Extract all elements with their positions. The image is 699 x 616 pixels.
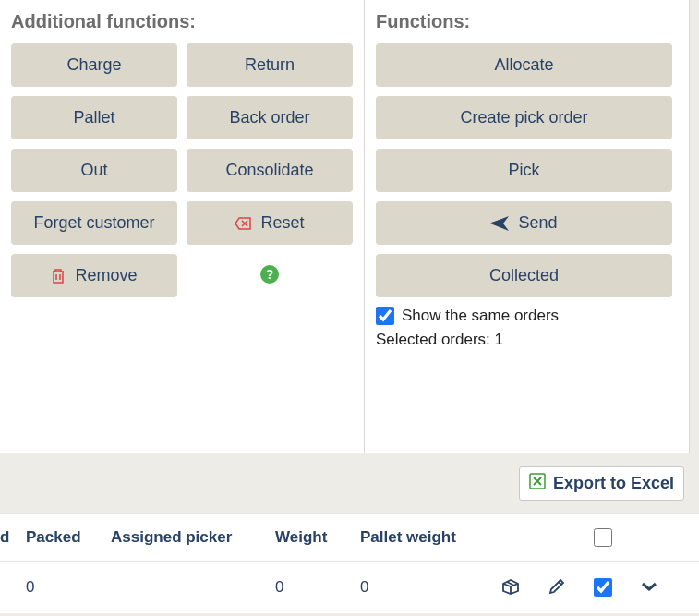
right-edge	[690, 0, 699, 453]
bottom-section: Export to Excel d Packed Assigned picker…	[0, 453, 699, 616]
excel-icon	[529, 473, 546, 494]
select-all-checkbox[interactable]	[594, 528, 612, 547]
th-pallet-weight: Pallet weight	[353, 528, 488, 547]
send-label: Send	[518, 213, 557, 233]
edit-button[interactable]	[545, 574, 569, 601]
create-pick-order-button[interactable]: Create pick order	[376, 96, 672, 139]
th-weight: Weight	[268, 528, 353, 547]
th-assigned-picker: Assigned picker	[103, 528, 268, 547]
help-icon: ?	[259, 264, 280, 287]
show-same-orders-checkbox[interactable]	[376, 307, 394, 325]
td-packed: 0	[18, 578, 103, 597]
show-same-orders-label: Show the same orders	[402, 307, 559, 325]
out-button[interactable]: Out	[11, 149, 177, 192]
reset-label: Reset	[260, 213, 304, 233]
selected-orders-label: Selected orders:	[376, 331, 495, 348]
return-button[interactable]: Return	[187, 43, 353, 87]
allocate-button[interactable]: Allocate	[376, 43, 672, 87]
row-checkbox[interactable]	[594, 578, 612, 597]
forget-customer-button[interactable]: Forget customer	[11, 201, 177, 245]
export-label: Export to Excel	[553, 474, 674, 493]
reset-icon	[235, 217, 251, 230]
pallet-button[interactable]: Pallet	[11, 96, 177, 139]
table-header: d Packed Assigned picker Weight Pallet w…	[0, 513, 699, 562]
remove-label: Remove	[75, 266, 137, 285]
th-packed: Packed	[18, 528, 103, 547]
show-same-orders-row[interactable]: Show the same orders	[376, 307, 672, 325]
collected-button[interactable]: Collected	[376, 254, 672, 297]
send-icon	[490, 216, 509, 231]
expand-row-button[interactable]	[637, 577, 661, 598]
svg-text:?: ?	[266, 267, 274, 282]
consolidate-button[interactable]: Consolidate	[187, 149, 353, 192]
th-d: d	[0, 528, 18, 547]
selected-orders-count: 1	[495, 331, 503, 348]
pick-button[interactable]: Pick	[376, 149, 672, 192]
trash-icon	[51, 268, 66, 284]
orders-table: d Packed Assigned picker Weight Pallet w…	[0, 513, 699, 613]
remove-button[interactable]: Remove	[11, 254, 177, 297]
td-weight: 0	[268, 578, 353, 597]
functions-title: Functions:	[376, 11, 672, 32]
package-icon	[500, 578, 521, 598]
selected-orders-text: Selected orders: 1	[376, 331, 672, 349]
functions-panel: Functions: Allocate Create pick order Pi…	[365, 0, 690, 453]
table-row: 0 0 0	[0, 562, 699, 613]
additional-functions-panel: Additional functions: Charge Return Pall…	[0, 0, 365, 453]
charge-button[interactable]: Charge	[11, 43, 177, 87]
pencil-icon	[548, 578, 565, 598]
send-button[interactable]: Send	[376, 201, 672, 245]
back-order-button[interactable]: Back order	[187, 96, 353, 139]
td-pallet-weight: 0	[353, 578, 488, 597]
additional-functions-title: Additional functions:	[11, 11, 353, 32]
export-to-excel-button[interactable]: Export to Excel	[519, 466, 684, 501]
help-button[interactable]: ?	[252, 259, 287, 294]
reset-button[interactable]: Reset	[187, 201, 353, 245]
package-button[interactable]	[497, 574, 524, 601]
chevron-down-icon	[641, 581, 657, 595]
